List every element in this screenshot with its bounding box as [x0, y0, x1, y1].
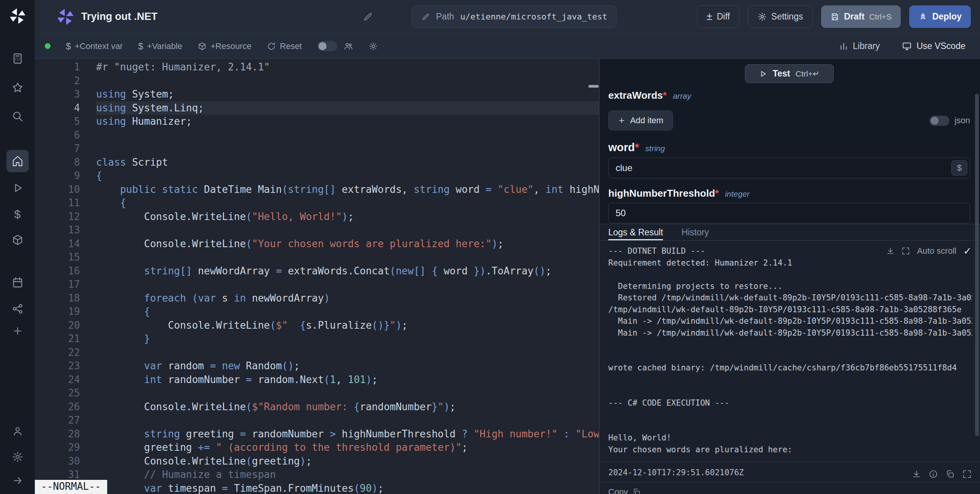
code-line[interactable]: 7 — [35, 142, 599, 156]
vertical-scrollbar[interactable] — [975, 94, 979, 436]
code-line[interactable]: 22 — [35, 346, 599, 360]
code-line[interactable]: 26 Console.WriteLine($"Random number: {r… — [35, 400, 599, 414]
code-line[interactable]: 8class Script — [35, 156, 599, 170]
dollar-icon: $ — [66, 41, 71, 52]
field-type-threshold: integer — [725, 189, 750, 199]
code-line[interactable]: 12 Console.WriteLine("Hello, World!"); — [35, 210, 599, 224]
reset-button[interactable]: Reset — [267, 41, 302, 51]
code-line[interactable]: 32 var timespan = TimeSpan.FromMinutes(9… — [35, 482, 599, 494]
auto-scroll-checkbox[interactable]: ✓ — [963, 246, 972, 256]
multiplayer-toggle[interactable] — [317, 41, 337, 51]
sidebar-item-triggers[interactable] — [7, 298, 29, 320]
extrawords-controls: Add item json — [608, 111, 970, 130]
top-header: Trying out .NET Path u/etienne/microsoft… — [35, 0, 980, 34]
main-column: Trying out .NET Path u/etienne/microsoft… — [35, 0, 980, 494]
code-line[interactable]: 25 — [35, 386, 599, 400]
deploy-button[interactable]: Deploy — [909, 5, 971, 28]
fullscreen-result-icon[interactable] — [962, 466, 972, 482]
copy-result-icon[interactable] — [946, 466, 955, 482]
diff-button[interactable]: ± Diff — [697, 5, 740, 28]
code-line[interactable]: 29 greeting += " (according to the thres… — [35, 441, 599, 455]
json-toggle[interactable] — [929, 116, 949, 126]
sidebar-item-settings[interactable] — [7, 446, 29, 468]
copy-row[interactable]: Copy — [599, 483, 980, 494]
sidebar-item-schedules[interactable] — [7, 271, 29, 293]
code-line[interactable]: 21 } — [35, 332, 599, 346]
code-line[interactable]: 14 Console.WriteLine("Your chosen words … — [35, 237, 599, 251]
word-input[interactable] — [608, 158, 970, 178]
sidebar-item-account[interactable] — [7, 420, 29, 442]
sidebar-collapse-icon[interactable] — [7, 470, 29, 492]
add-context-var-button[interactable]: $ +Context var — [66, 41, 123, 52]
plus-icon — [618, 117, 626, 124]
sidebar-item-resources[interactable] — [7, 229, 29, 251]
code-line[interactable]: 11 { — [35, 196, 599, 210]
panel-resize-grip[interactable] — [588, 85, 599, 88]
add-variable-button[interactable]: $ +Variable — [138, 41, 182, 52]
threshold-input[interactable] — [608, 203, 970, 223]
code-line[interactable]: 18 foreach (var s in newWordArray) — [35, 292, 599, 305]
logs-output: --- DOTNET BUILD --- Requirement detecte… — [608, 245, 972, 455]
code-line[interactable]: 3using System; — [35, 88, 599, 101]
result-meta-row: 2024-12-10T17:29:51.6021076Z — [599, 462, 980, 482]
library-button[interactable]: Library — [839, 41, 880, 51]
field-type-word: string — [645, 144, 665, 153]
code-line[interactable]: 4using System.Linq; — [35, 101, 599, 115]
sidebar-item-search[interactable] — [7, 105, 29, 127]
add-resource-button[interactable]: +Resource — [198, 41, 252, 51]
code-line[interactable]: 15 — [35, 251, 599, 264]
code-line[interactable]: 24 int randomNumber = random.Next(1, 101… — [35, 373, 599, 387]
variable-picker-button[interactable]: $ — [951, 160, 967, 176]
users-icon[interactable] — [343, 41, 353, 51]
sidebar-item-favorites[interactable] — [7, 77, 29, 99]
code-line[interactable]: 10 public static DateTime Main(string[] … — [35, 183, 599, 197]
code-line[interactable]: 28 string greeting = randomNumber > high… — [35, 427, 599, 441]
sidebar-item-variables[interactable]: $ — [7, 203, 29, 225]
test-button[interactable]: Test Ctrl+↵ — [745, 64, 834, 83]
code-line[interactable]: 13 — [35, 223, 599, 237]
code-line[interactable]: 16 string[] newWordArray = extraWords.Co… — [35, 264, 599, 278]
field-type-extrawords: array — [673, 91, 691, 101]
tab-history[interactable]: History — [681, 224, 709, 240]
code-line[interactable]: 27 — [35, 414, 599, 427]
test-shortcut: Ctrl+↵ — [795, 69, 820, 78]
windmill-logo-icon[interactable] — [8, 6, 28, 26]
add-item-button[interactable]: Add item — [608, 111, 673, 130]
code-line[interactable]: 1#r "nuget: Humanizer, 2.14.1" — [35, 60, 599, 74]
code-editor[interactable]: 1#r "nuget: Humanizer, 2.14.1"23using Sy… — [35, 59, 599, 494]
toolbar-right: Library Use VScode — [839, 41, 965, 51]
use-vscode-button[interactable]: Use VScode — [902, 41, 965, 51]
code-line[interactable]: 5using Humanizer; — [35, 115, 599, 129]
tab-logs-result[interactable]: Logs & Result — [608, 224, 663, 240]
code-line[interactable]: 17 — [35, 278, 599, 292]
code-line[interactable]: 30 Console.WriteLine(greeting); — [35, 455, 599, 468]
code-line[interactable]: 20 Console.WriteLine($" {s.Pluralize()}"… — [35, 319, 599, 333]
sidebar-item-home[interactable] — [7, 150, 29, 172]
editor-settings-gear-icon[interactable] — [369, 42, 378, 51]
code-line[interactable]: 9{ — [35, 169, 599, 183]
code-lines[interactable]: 1#r "nuget: Humanizer, 2.14.1"23using Sy… — [35, 60, 599, 494]
download-result-icon[interactable] — [912, 466, 921, 482]
code-line[interactable]: 2 — [35, 74, 599, 88]
sidebar-item-apps[interactable] — [7, 47, 29, 70]
settings-button[interactable]: Settings — [748, 5, 813, 28]
editor-toolbar: $ +Context var $ +Variable +Resource — [35, 34, 980, 59]
workspace-logo-icon[interactable] — [57, 8, 74, 26]
refresh-icon — [267, 42, 276, 51]
code-line[interactable]: 19 { — [35, 305, 599, 319]
info-icon[interactable] — [929, 466, 938, 482]
logs-controls: Auto scroll ✓ — [886, 246, 972, 256]
draft-button[interactable]: Draft Ctrl+S — [821, 5, 901, 28]
path-selector[interactable]: Path u/etienne/microsoft_java_test — [412, 5, 617, 28]
download-logs-icon[interactable] — [886, 247, 895, 255]
logs-area: Auto scroll ✓ --- DOTNET BUILD --- Requi… — [599, 241, 980, 461]
expand-logs-icon[interactable] — [902, 247, 910, 255]
code-line[interactable]: 31 // Humanize a timespan — [35, 468, 599, 482]
code-line[interactable]: 6 — [35, 129, 599, 142]
code-line[interactable]: 23 var random = new Random(); — [35, 359, 599, 373]
save-icon — [830, 12, 840, 21]
edit-title-icon[interactable] — [363, 12, 373, 22]
sidebar-item-runs[interactable] — [7, 177, 29, 199]
sidebar-item-create[interactable] — [7, 320, 29, 342]
test-args-panel: Test Ctrl+↵ extraWords* array Add item — [599, 59, 980, 224]
